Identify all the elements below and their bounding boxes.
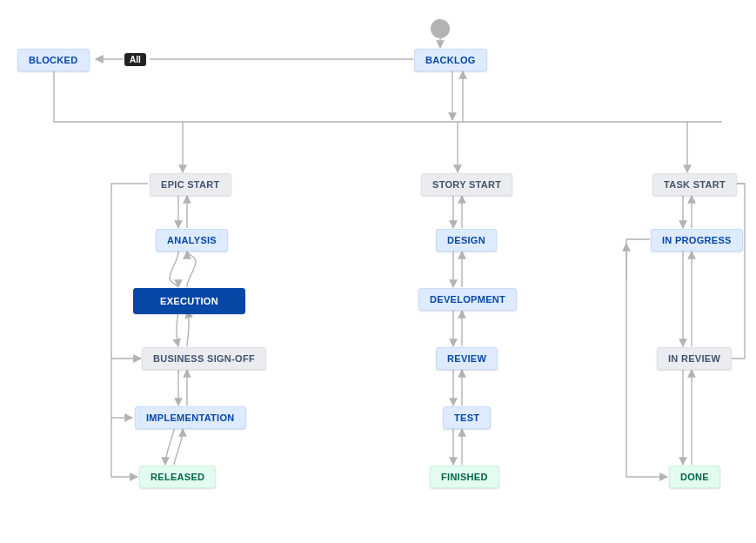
node-released[interactable]: RELEASED	[139, 466, 216, 488]
start-node	[431, 19, 450, 38]
node-analysis[interactable]: ANALYSIS	[156, 229, 228, 251]
node-done[interactable]: DONE	[669, 466, 720, 488]
node-design[interactable]: DESIGN	[436, 229, 497, 251]
workflow-canvas: BLOCKED All BACKLOG EPIC START STORY STA…	[0, 0, 756, 543]
node-review[interactable]: REVIEW	[436, 347, 498, 370]
node-blocked[interactable]: BLOCKED	[17, 49, 90, 71]
node-backlog[interactable]: BACKLOG	[414, 49, 487, 71]
node-business-signoff[interactable]: BUSINESS SIGN-OFF	[142, 347, 266, 370]
node-in-review[interactable]: IN REVIEW	[657, 347, 732, 370]
node-in-progress[interactable]: IN PROGRESS	[651, 229, 743, 251]
node-finished[interactable]: FINISHED	[430, 466, 499, 488]
node-test[interactable]: TEST	[443, 406, 491, 429]
edges-layer	[0, 0, 756, 543]
node-execution[interactable]: EXECUTION	[133, 288, 245, 314]
node-implementation[interactable]: IMPLEMENTATION	[135, 406, 246, 429]
node-development[interactable]: DEVELOPMENT	[418, 288, 517, 311]
node-task-start[interactable]: TASK START	[652, 173, 737, 196]
pill-all[interactable]: All	[124, 53, 146, 66]
node-story-start[interactable]: STORY START	[421, 173, 512, 196]
node-epic-start[interactable]: EPIC START	[150, 173, 231, 196]
